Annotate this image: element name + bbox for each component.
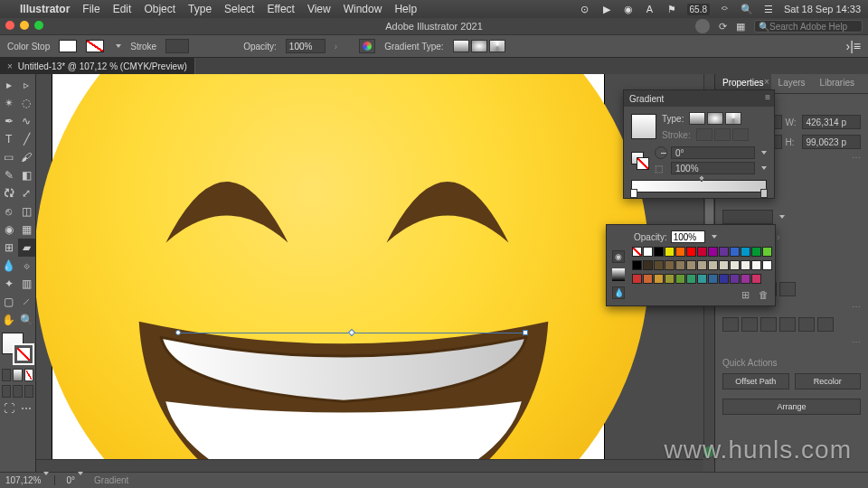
- swatch-cell[interactable]: [730, 274, 740, 284]
- search-icon[interactable]: 🔍: [741, 3, 753, 15]
- control-center-icon[interactable]: ☰: [762, 3, 775, 15]
- tab-layers[interactable]: Layers: [771, 74, 813, 93]
- type-tool[interactable]: T: [0, 130, 18, 148]
- swatch-cell[interactable]: [643, 260, 653, 270]
- horizontal-scrollbar[interactable]: [36, 459, 703, 472]
- arrange-button[interactable]: Arrange: [722, 399, 861, 415]
- gradient-linear-icon[interactable]: [453, 40, 469, 52]
- swatch-cell[interactable]: [686, 260, 696, 270]
- swatch-cell[interactable]: [686, 247, 696, 257]
- sw-trash-icon[interactable]: 🗑: [757, 289, 769, 300]
- sw-grayscale-icon[interactable]: [612, 268, 625, 281]
- menu-view[interactable]: View: [307, 3, 331, 15]
- curvature-tool[interactable]: ∿: [18, 112, 36, 130]
- gradient-preview[interactable]: [631, 114, 656, 139]
- selection-tool[interactable]: ▸: [0, 76, 18, 94]
- tab-close-icon[interactable]: ×: [7, 61, 13, 71]
- swatch-cell[interactable]: [665, 274, 675, 284]
- swatch-cell[interactable]: [751, 247, 761, 257]
- blend-tool[interactable]: ⟐: [18, 257, 36, 275]
- rectangle-tool[interactable]: ▭: [0, 148, 18, 166]
- rotate-field[interactable]: 0°: [66, 475, 83, 485]
- swatch-cell[interactable]: [741, 274, 750, 284]
- cloud-icon[interactable]: ⟳: [719, 21, 727, 33]
- mesh-tool[interactable]: ⊞: [0, 239, 18, 257]
- artboard[interactable]: [52, 74, 604, 463]
- gradient-start-handle[interactable]: [175, 330, 181, 335]
- zoom-tool[interactable]: 🔍: [18, 311, 36, 329]
- align-more-icon[interactable]: ⋯: [722, 337, 861, 347]
- fill-stroke-indicator[interactable]: [2, 333, 34, 365]
- opacity-more[interactable]: ›: [335, 42, 337, 52]
- line-tool[interactable]: ╱: [18, 130, 36, 148]
- panel-menu-icon[interactable]: ≡: [765, 92, 770, 102]
- menu-help[interactable]: Help: [394, 3, 417, 15]
- angle-dial-icon[interactable]: [655, 146, 667, 159]
- gradient-fill-stroke[interactable]: [631, 152, 649, 170]
- swatch-cell[interactable]: [697, 274, 707, 284]
- swatch-cell[interactable]: [730, 260, 740, 270]
- search-input[interactable]: 🔍 Search Adobe Help: [754, 20, 863, 33]
- arrange-icon[interactable]: ▦: [736, 21, 745, 33]
- none-mode-btn[interactable]: [24, 369, 33, 381]
- menu-effect[interactable]: Effect: [267, 3, 294, 15]
- swatch-cell[interactable]: [665, 260, 675, 270]
- magic-wand-tool[interactable]: ✴: [0, 94, 18, 112]
- rotate-tool[interactable]: 🗘: [0, 184, 18, 202]
- graph-tool[interactable]: ▥: [18, 275, 36, 293]
- align-bottom-icon[interactable]: [817, 317, 834, 332]
- gradient-panel[interactable]: × Gradient≡ Type: Stroke: 0°: [623, 89, 775, 199]
- emoji-eye-left[interactable]: [159, 159, 295, 258]
- opacity-field[interactable]: 100%: [286, 39, 326, 53]
- opacity-more-btn[interactable]: ›: [777, 232, 779, 242]
- w-field[interactable]: 426,314 p: [802, 115, 862, 129]
- swatch-cell[interactable]: [730, 247, 740, 257]
- hand-tool[interactable]: ✋: [0, 311, 18, 329]
- stroke-swatch[interactable]: [86, 40, 104, 52]
- gradient-stop-right[interactable]: [760, 189, 768, 198]
- swatch-cell[interactable]: [632, 260, 642, 270]
- swatch-cell[interactable]: [654, 247, 664, 257]
- pen-tool[interactable]: ✒: [0, 112, 18, 130]
- menu-edit[interactable]: Edit: [113, 3, 132, 15]
- emoji-eye-right[interactable]: [380, 159, 515, 258]
- slice-tool[interactable]: ⟋: [18, 293, 36, 311]
- shaper-tool[interactable]: ✎: [0, 166, 18, 184]
- sw-eyedropper-icon[interactable]: 💧: [612, 286, 625, 299]
- gp-radial-icon[interactable]: [707, 112, 723, 125]
- edit-toolbar-btn[interactable]: ⋯: [18, 399, 36, 418]
- document-tab[interactable]: × Untitled-13* @ 107,12 % (CMYK/Preview): [0, 58, 195, 74]
- swatch-cell[interactable]: [751, 260, 761, 270]
- minimize-icon[interactable]: [20, 21, 29, 30]
- sw-opacity-field[interactable]: 100%: [671, 230, 705, 243]
- sw-picker-icon[interactable]: ◉: [612, 250, 625, 263]
- align-right-icon[interactable]: [760, 317, 777, 332]
- sw-new-icon[interactable]: ⊞: [739, 289, 751, 300]
- menu-select[interactable]: Select: [224, 3, 254, 15]
- shape-builder-tool[interactable]: ◉: [0, 221, 18, 239]
- swatch-cell[interactable]: [632, 247, 642, 257]
- gradient-mode-btn[interactable]: [13, 369, 22, 381]
- lasso-tool[interactable]: ◌: [18, 94, 36, 112]
- emoji-mouth[interactable]: [121, 304, 566, 472]
- swatch-caret-icon[interactable]: [116, 44, 121, 48]
- menu-window[interactable]: Window: [344, 3, 382, 15]
- swatch-cell[interactable]: [719, 260, 729, 270]
- menu-file[interactable]: File: [82, 3, 99, 15]
- gradient-annotator[interactable]: [175, 333, 528, 337]
- angle-caret-icon[interactable]: [761, 151, 767, 155]
- swatch-cell[interactable]: [708, 247, 718, 257]
- recolor-icon[interactable]: [359, 39, 375, 53]
- align-left-icon[interactable]: [722, 317, 739, 332]
- swatch-cell[interactable]: [708, 260, 718, 270]
- swatch-cell[interactable]: [654, 274, 664, 284]
- gp-linear-icon[interactable]: [689, 112, 705, 125]
- stroke-indicator[interactable]: [13, 343, 34, 365]
- draw-normal-btn[interactable]: [2, 385, 11, 398]
- panel-close-icon[interactable]: ×: [761, 76, 772, 87]
- perspective-tool[interactable]: ▦: [18, 221, 36, 239]
- swatch-cell[interactable]: [686, 274, 696, 284]
- gradient-end-handle[interactable]: [523, 330, 528, 335]
- zoom-field[interactable]: 107,12%: [5, 475, 55, 485]
- gp-freeform-icon[interactable]: [725, 112, 741, 125]
